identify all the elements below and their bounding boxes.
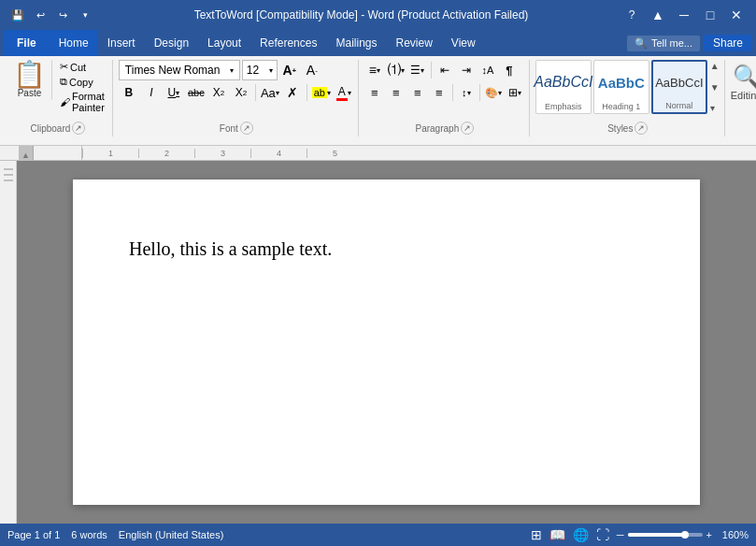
page-info: Page 1 of 1 [7,529,60,540]
align-left-button[interactable]: ≡ [364,82,385,103]
increase-font-button[interactable]: A+ [279,60,300,80]
font-name-dropdown[interactable]: Times New Roman ▾ [119,60,240,80]
justify-button[interactable]: ≡ [429,82,449,103]
copy-button[interactable]: ⧉ Copy [56,75,108,89]
decrease-font-button[interactable]: A- [302,60,322,80]
font-name-arrow: ▾ [230,66,234,75]
qat-dropdown-button[interactable]: ▾ [75,5,95,25]
help-button[interactable]: ? [620,3,644,27]
align-center-button[interactable]: ≡ [386,82,407,103]
clipboard-group-inner: 📋 Paste ✂ Cut ⧉ Copy 🖌 Format Painter [7,60,108,122]
menu-view[interactable]: View [442,30,485,56]
change-case-button[interactable]: Aa▾ [260,82,280,103]
clipboard-expand-button[interactable]: ↗ [72,122,85,135]
styles-scroll-controls: ▲ ▼ ▾ [709,60,720,114]
ruler-1: 1 [82,149,138,158]
main-area: Hello, this is a sample text. [0,161,756,524]
sidebar-mark-3 [4,180,13,181]
underline-label: U [168,86,177,99]
show-hide-button[interactable]: ¶ [499,60,520,80]
font-size-dropdown[interactable]: 12 ▾ [242,60,278,80]
menu-file[interactable]: File [4,30,50,56]
format-painter-label: Format Painter [72,91,105,113]
ruler: ▲ 1 2 3 4 5 [0,146,756,161]
ruler-2: 2 [138,149,194,158]
styles-scroll-down[interactable]: ▼ [709,81,720,93]
style-heading1[interactable]: AaBbC Heading 1 [593,60,649,114]
save-qat-button[interactable]: 💾 [7,5,28,25]
copy-label: Copy [69,77,93,88]
web-layout-button[interactable]: 🌐 [573,527,589,542]
cut-button[interactable]: ✂ Cut [56,60,108,74]
ribbon-collapse-button[interactable]: ▲ [646,3,670,27]
paste-button[interactable]: 📋 Paste [7,60,52,100]
zoom-slider[interactable] [628,533,703,537]
italic-button[interactable]: I [141,82,162,103]
numbering-button[interactable]: ⑴▾ [386,60,407,80]
styles-more[interactable]: ▾ [709,102,720,114]
paragraph-label: Paragraph ↗ [361,122,529,135]
zoom-level: 160% [716,529,749,540]
superscript-button[interactable]: X2 [231,82,251,103]
font-expand-button[interactable]: ↗ [240,122,253,135]
subscript-button[interactable]: X2 [208,82,229,103]
strikethrough-button[interactable]: abc [186,82,207,103]
document-page[interactable]: Hello, this is a sample text. [73,180,700,505]
ruler-left-indicator: ▲ [19,146,34,160]
format-painter-button[interactable]: 🖌 Format Painter [56,90,108,114]
bullets-button[interactable]: ≡▾ [364,60,385,80]
underline-button[interactable]: U ▾ [164,82,184,103]
paragraph-expand-button[interactable]: ↗ [461,122,474,135]
font-color-button[interactable]: A ▾ [334,82,354,103]
para-divider2 [452,84,453,101]
layout-view-button[interactable]: ⊞ [531,527,542,542]
style-emphasis-name: Emphasis [545,102,582,111]
borders-button[interactable]: ⊞▾ [505,82,525,103]
styles-expand-button[interactable]: ↗ [635,122,648,135]
redo-qat-button[interactable]: ↪ [52,5,73,25]
minimize-button[interactable]: ─ [672,3,696,27]
share-button[interactable]: Share [704,35,752,51]
multilevel-list-button[interactable]: ☰▾ [407,60,428,80]
bold-button[interactable]: B [119,82,139,103]
line-spacing-button[interactable]: ↕▾ [456,82,477,103]
style-emphasis[interactable]: AaBbCcI Emphasis [535,60,592,114]
shading-button[interactable]: 🎨▾ [483,82,504,103]
menu-review[interactable]: Review [386,30,441,56]
styles-scroll-up[interactable]: ▲ [709,60,720,72]
clipboard-label: Clipboard ↗ [4,122,112,135]
style-heading1-preview: AaBbC [598,63,645,102]
menu-home[interactable]: Home [50,30,98,56]
text-highlight-button[interactable]: ab ▾ [311,82,332,103]
maximize-button[interactable]: □ [698,3,722,27]
window-title: TextToWord [Compatibility Mode] - Word (… [103,8,620,22]
tell-me-search[interactable]: 🔍 Tell me... [627,36,700,51]
decrease-indent-button[interactable]: ⇤ [435,60,455,80]
align-right-button[interactable]: ≡ [407,82,428,103]
editing-controls: 🔍 Editing [731,60,756,105]
font-label: Font ↗ [115,122,358,135]
ruler-3: 3 [194,149,250,158]
ruler-main: 1 2 3 4 5 [82,149,737,158]
editing-group: 🔍 Editing [727,60,756,136]
copy-icon: ⧉ [60,76,67,88]
close-button[interactable]: ✕ [724,3,749,27]
menu-mailings[interactable]: Mailings [326,30,386,56]
styles-group-inner: AaBbCcI Emphasis AaBbC Heading 1 AaBbCcI [535,60,720,122]
menu-insert[interactable]: Insert [98,30,145,56]
sort-button[interactable]: ↕A [478,60,498,80]
cut-icon: ✂ [60,61,68,73]
clear-formatting-button[interactable]: ✗ [282,82,303,103]
menu-right: 🔍 Tell me... Share [627,30,752,56]
menu-layout[interactable]: Layout [198,30,250,56]
undo-qat-button[interactable]: ↩ [30,5,50,25]
zoom-plus-button[interactable]: + [706,529,712,540]
focus-mode-button[interactable]: ⛶ [596,527,609,542]
read-mode-button[interactable]: 📖 [549,527,565,542]
menu-design[interactable]: Design [145,30,198,56]
style-normal[interactable]: AaBbCcI Normal [651,60,707,114]
zoom-minus-button[interactable]: ─ [617,529,624,540]
menu-references[interactable]: References [250,30,326,56]
document-content[interactable]: Hello, this is a sample text. [129,236,644,262]
increase-indent-button[interactable]: ⇥ [456,60,477,80]
